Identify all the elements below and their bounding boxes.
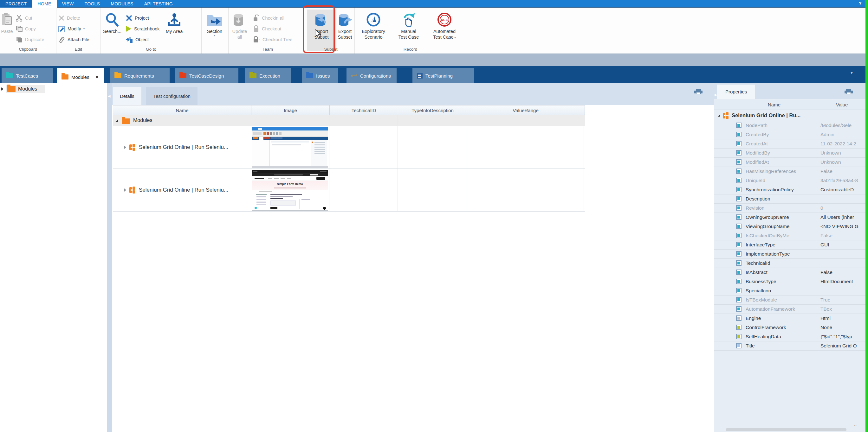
splitter-collapse-left-icon[interactable]: ◀ xyxy=(108,94,110,98)
property-row-nodepath[interactable]: NodePath/Modules/Sele xyxy=(714,121,865,130)
property-value[interactable]: Unknown xyxy=(820,159,865,165)
property-value[interactable]: None xyxy=(820,325,865,330)
property-value[interactable]: False xyxy=(820,233,865,238)
menu-item-view[interactable]: VIEW xyxy=(57,0,79,8)
tab-testplanning[interactable]: TestPlanning xyxy=(412,68,474,83)
property-row-revision[interactable]: Revision0 xyxy=(714,204,865,213)
column-header-technicalid[interactable]: TechnicalID xyxy=(330,105,398,115)
horizontal-scrollbar-thumb[interactable] xyxy=(726,428,846,431)
property-value[interactable]: 3a01fa29-a8a4-8 xyxy=(820,178,865,184)
property-value[interactable]: Selenium Grid O xyxy=(820,343,865,349)
property-row-title[interactable]: TitleSelenium Grid O xyxy=(714,341,865,351)
properties-root-row[interactable]: Selenium Grid Online | Ru... xyxy=(714,110,865,121)
view-tab-details[interactable]: Details xyxy=(113,87,142,105)
property-value[interactable]: All Users (inher xyxy=(820,214,865,220)
section-button[interactable]: Section▾ xyxy=(202,9,228,51)
property-row-automationframework[interactable]: AutomationFrameworkTBox xyxy=(714,305,865,314)
property-row-uniqueid[interactable]: UniqueId3a01fa29-a8a4-8 xyxy=(714,176,865,185)
modify-button[interactable]: Modify▾ xyxy=(56,24,91,33)
paste-button[interactable]: Paste xyxy=(0,9,14,51)
menu-item-tools[interactable]: TOOLS xyxy=(79,0,105,8)
property-row-selfhealingdata[interactable]: SelfHealingData{"$id":"1","$typ xyxy=(714,332,865,341)
property-value[interactable]: False xyxy=(820,269,865,275)
help-icon[interactable]: ? xyxy=(859,1,862,6)
property-row-istboxmodule[interactable]: IsTBoxModuleTrue xyxy=(714,296,865,305)
attach-file-button[interactable]: Attach File xyxy=(56,35,91,44)
table-row-module[interactable]: Selenium Grid Online | Run Seleniu...Sim… xyxy=(113,169,585,211)
delete-button[interactable]: Delete xyxy=(56,13,91,23)
property-row-createdat[interactable]: CreatedAt11-02-2022 14:2 xyxy=(714,139,865,148)
property-row-modifiedat[interactable]: ModifiedAtUnknown xyxy=(714,158,865,167)
manual-test-case-button[interactable]: ManualTest Case xyxy=(392,9,425,51)
chevron-down-icon[interactable]: ▾ xyxy=(454,36,456,39)
property-value[interactable]: <NO VIEWING G xyxy=(820,224,865,229)
tab-issues[interactable]: Issues xyxy=(302,68,338,83)
property-row-hasmissingreferences[interactable]: HasMissingReferencesFalse xyxy=(714,167,865,176)
property-value[interactable]: 0 xyxy=(820,205,865,211)
column-header-valuerange[interactable]: ValueRange xyxy=(467,105,584,115)
printer-icon[interactable] xyxy=(694,89,703,95)
view-tab-test-configuration[interactable]: Test configuration xyxy=(146,87,197,105)
copy-button[interactable]: Copy xyxy=(14,24,46,33)
property-row-viewinggroupname[interactable]: ViewingGroupName<NO VIEWING G xyxy=(714,222,865,231)
property-value[interactable]: HtmlDocument xyxy=(820,279,865,285)
tab-modules[interactable]: Modules✕ xyxy=(57,68,104,86)
tab-requirements[interactable]: Requirements xyxy=(110,68,169,83)
close-tab-icon[interactable]: ✕ xyxy=(95,75,99,79)
property-row-modifiedby[interactable]: ModifiedByUnknown xyxy=(714,148,865,158)
property-row-businesstype[interactable]: BusinessTypeHtmlDocument xyxy=(714,277,865,286)
tab-testcasedesign[interactable]: TestCaseDesign xyxy=(175,68,239,83)
checkout-button[interactable]: Checkout xyxy=(251,24,294,33)
checkin-all-button[interactable]: Checkin all xyxy=(251,13,294,23)
property-value[interactable]: CustomizableD xyxy=(820,187,865,193)
property-value[interactable]: Admin xyxy=(820,132,865,137)
property-value[interactable]: TBox xyxy=(820,306,865,312)
property-row-ischeckedoutbyme[interactable]: IsCheckedOutByMeFalse xyxy=(714,231,865,240)
goto-scratchbook-button[interactable]: Scratchbook xyxy=(124,24,162,33)
tree-item-modules[interactable]: Modules xyxy=(1,85,45,93)
expand-collapse-icon[interactable] xyxy=(115,120,118,122)
expand-icon[interactable] xyxy=(124,146,126,149)
table-row-modules-root[interactable]: Modules xyxy=(113,115,585,126)
tab-execution[interactable]: Execution xyxy=(245,68,291,83)
property-value[interactable]: 11-02-2022 14:2 xyxy=(820,141,865,147)
checkout-tree-button[interactable]: Checkout Tree xyxy=(251,35,294,44)
property-value[interactable]: False xyxy=(820,168,865,174)
chevron-down-icon[interactable]: ▾ xyxy=(83,28,85,30)
tab-testcases[interactable]: TestCases xyxy=(2,68,53,83)
exploratory-scenario-button[interactable]: ExploratoryScenario xyxy=(355,9,392,51)
printer-icon[interactable] xyxy=(844,89,853,95)
goto-object-button[interactable]: Object xyxy=(124,35,162,44)
chevron-down-icon[interactable]: ▾ xyxy=(214,34,216,37)
tab-overflow-chevron-down-icon[interactable]: ▼ xyxy=(850,71,854,75)
table-row-module[interactable]: Selenium Grid Online | Run Seleniu... xyxy=(113,126,585,169)
column-header-name[interactable]: Name xyxy=(113,105,251,115)
my-area-button[interactable]: My Area xyxy=(162,9,187,51)
property-row-synchronizationpolicy[interactable]: SynchronizationPolicyCustomizableD xyxy=(714,185,865,195)
expand-icon[interactable] xyxy=(124,189,126,192)
menu-item-home[interactable]: HOME xyxy=(32,0,56,8)
automated-test-case-button[interactable]: RECAutomatedTest Case ▾ xyxy=(425,9,464,51)
column-header-image[interactable]: Image xyxy=(251,105,330,115)
menu-item-api-testing[interactable]: API TESTING xyxy=(139,0,178,8)
property-value[interactable]: Unknown xyxy=(820,150,865,156)
goto-project-button[interactable]: Project xyxy=(124,13,162,23)
cut-button[interactable]: Cut xyxy=(14,13,46,23)
property-row-description[interactable]: Description xyxy=(714,195,865,204)
menu-item-modules[interactable]: MODULES xyxy=(105,0,138,8)
property-value[interactable]: True xyxy=(820,297,865,303)
property-value[interactable]: GUI xyxy=(820,242,865,248)
property-row-engine[interactable]: EngineHtml xyxy=(714,314,865,323)
property-row-technicalid[interactable]: TechnicalId xyxy=(714,259,865,268)
property-row-controlframework[interactable]: ControlFrameworkNone xyxy=(714,323,865,332)
update-all-button[interactable]: Updateall xyxy=(228,9,251,51)
panel-splitter[interactable]: ◀ xyxy=(107,83,112,432)
expand-collapse-icon[interactable] xyxy=(718,114,720,116)
ribbon-collapse-icon[interactable]: ⌃ xyxy=(854,424,857,429)
property-row-implementationtype[interactable]: ImplementationType xyxy=(714,250,865,259)
duplicate-button[interactable]: Duplicate xyxy=(14,35,46,44)
tab-configurations[interactable]: Configurations xyxy=(346,68,397,83)
column-header-typeinfodescription[interactable]: TypeInfoDescription xyxy=(398,105,467,115)
property-value[interactable]: /Modules/Sele xyxy=(820,123,865,128)
tab-properties[interactable]: Properties xyxy=(717,85,755,99)
